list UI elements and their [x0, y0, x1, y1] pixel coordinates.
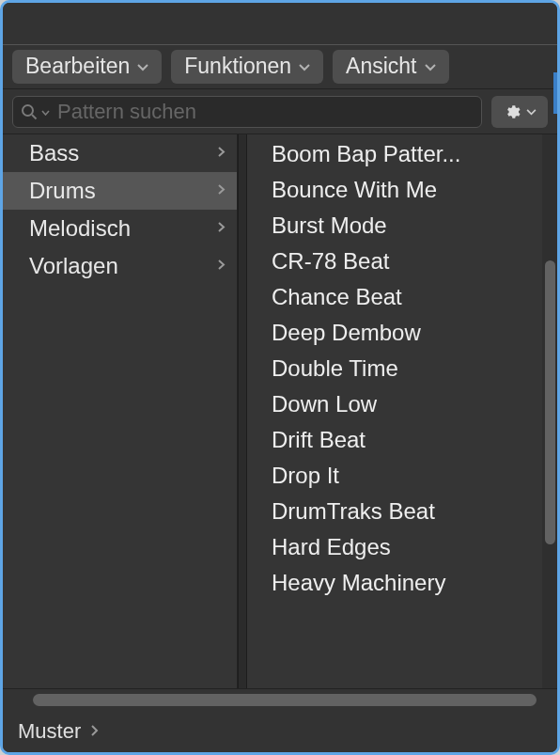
horizontal-scrollbar-track[interactable] [3, 688, 557, 711]
functions-menu-label: Funktionen [184, 54, 291, 79]
category-item[interactable]: Bass [3, 134, 237, 172]
chevron-right-icon [217, 145, 226, 162]
search-row [3, 89, 557, 134]
breadcrumb-bar: Muster [3, 711, 557, 752]
category-label: Bass [29, 140, 79, 166]
pattern-item[interactable]: DrumTraks Beat [247, 494, 557, 529]
svg-line-1 [32, 115, 37, 119]
pattern-item[interactable]: Double Time [247, 351, 557, 386]
category-label: Melodisch [29, 215, 131, 242]
view-menu-button[interactable]: Ansicht [333, 50, 448, 84]
pattern-item[interactable]: Boom Bap Patter... [247, 136, 557, 172]
svg-point-0 [23, 105, 33, 116]
column-divider[interactable] [238, 134, 247, 688]
pattern-item[interactable]: Hard Edges [247, 529, 557, 565]
functions-menu-button[interactable]: Funktionen [171, 50, 323, 84]
chevron-right-icon [217, 182, 226, 199]
chevron-down-icon [137, 59, 148, 74]
pattern-item[interactable]: Burst Mode [247, 208, 557, 244]
pattern-list: Boom Bap Patter...Bounce With MeBurst Mo… [247, 134, 557, 601]
search-icon [21, 103, 38, 120]
settings-menu-button[interactable] [491, 96, 548, 128]
pattern-item[interactable]: Drift Beat [247, 422, 557, 458]
category-item[interactable]: Drums [3, 172, 237, 210]
category-item[interactable]: Melodisch [3, 210, 237, 247]
titlebar-spacer [3, 3, 557, 44]
pattern-item[interactable]: Down Low [247, 386, 557, 422]
category-item[interactable]: Vorlagen [3, 247, 237, 285]
chevron-down-icon [425, 59, 436, 74]
category-column: BassDrumsMelodischVorlagen [3, 134, 238, 688]
pattern-item[interactable]: Heavy Machinery [247, 565, 557, 601]
search-scope-chevron-icon[interactable] [41, 106, 50, 118]
edit-menu-button[interactable]: Bearbeiten [12, 50, 162, 84]
pattern-item[interactable]: Bounce With Me [247, 172, 557, 208]
view-menu-label: Ansicht [346, 54, 416, 79]
gear-icon [504, 103, 521, 120]
vertical-scrollbar-track[interactable] [542, 134, 557, 688]
window-edge-accent [553, 72, 557, 114]
browser-body: BassDrumsMelodischVorlagen Boom Bap Patt… [3, 134, 557, 688]
chevron-right-icon [90, 721, 99, 742]
search-field-container[interactable] [12, 96, 482, 128]
vertical-scrollbar-thumb[interactable] [545, 260, 555, 544]
edit-menu-label: Bearbeiten [25, 54, 130, 79]
chevron-down-icon [299, 59, 310, 74]
horizontal-scrollbar-thumb[interactable] [33, 694, 537, 706]
breadcrumb-root[interactable]: Muster [18, 719, 81, 744]
category-label: Drums [29, 178, 96, 204]
pattern-item[interactable]: Drop It [247, 458, 557, 494]
chevron-right-icon [217, 220, 226, 237]
pattern-item[interactable]: CR-78 Beat [247, 244, 557, 279]
pattern-item[interactable]: Deep Dembow [247, 315, 557, 351]
search-input[interactable] [57, 100, 474, 124]
pattern-item[interactable]: Chance Beat [247, 279, 557, 315]
category-label: Vorlagen [29, 253, 118, 279]
pattern-browser-window: Bearbeiten Funktionen Ansicht [0, 0, 560, 755]
pattern-column: Boom Bap Patter...Bounce With MeBurst Mo… [247, 134, 557, 688]
chevron-down-icon [526, 104, 537, 118]
chevron-right-icon [217, 258, 226, 275]
menu-bar: Bearbeiten Funktionen Ansicht [3, 44, 557, 89]
